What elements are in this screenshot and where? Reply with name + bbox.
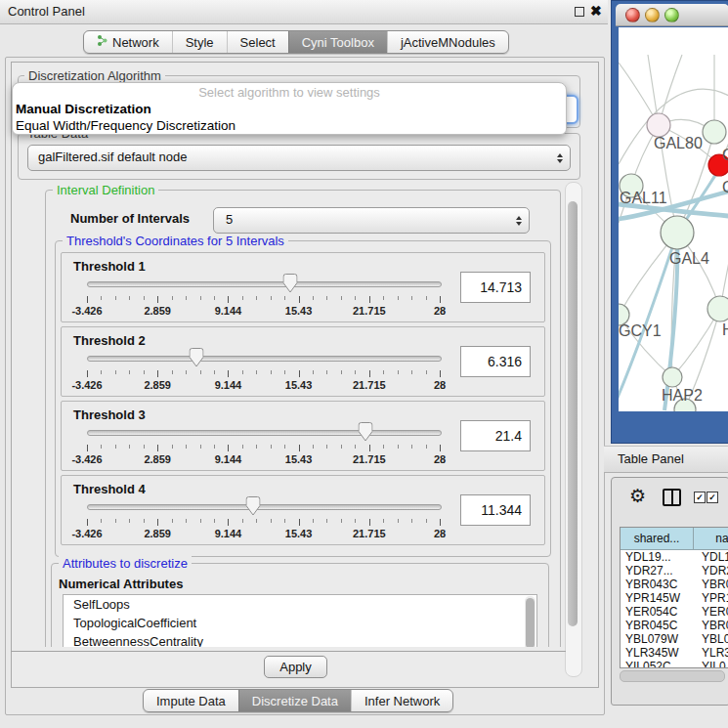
threshold-2-slider[interactable]: [87, 347, 440, 370]
threshold-4-value-field[interactable]: 11.344: [460, 494, 531, 526]
table-cell: YPR1: [698, 591, 728, 605]
table-horizontal-scrollbar[interactable]: [620, 670, 725, 682]
tab-label: Discretize Data: [252, 694, 338, 708]
tab-style[interactable]: Style: [172, 31, 227, 53]
threshold-2-value-field[interactable]: 6.316: [460, 346, 531, 377]
threshold-label: Threshold 2: [73, 333, 146, 348]
table-row[interactable]: YPR145WYPR1: [621, 591, 728, 605]
tick-label: -3.426: [71, 453, 102, 465]
tick-mark: [369, 519, 370, 526]
slider-thumb[interactable]: [283, 274, 298, 293]
tick-mark: [157, 445, 158, 451]
network-window-titlebar[interactable]: [616, 4, 728, 26]
slider-thumb[interactable]: [189, 348, 203, 367]
table-data-combobox[interactable]: galFiltered.sif default node: [27, 145, 571, 171]
table-row[interactable]: YER054CYER0: [621, 605, 728, 619]
network-icon: [97, 34, 107, 50]
tab-select[interactable]: Select: [227, 31, 288, 53]
tick-mark: [299, 296, 300, 303]
table-panel: ⚙ ✓ ✓ shared...na YDL19...YDL1YDR27...YD…: [611, 477, 728, 706]
slider-thumb[interactable]: [245, 496, 260, 516]
minimize-traffic-light-icon[interactable]: [645, 8, 660, 22]
table-header-cell[interactable]: na: [694, 528, 728, 550]
tick-mark: [228, 370, 229, 377]
tick-label: 9.144: [215, 528, 242, 539]
threshold-4-row: Threshold 4 -3.4262.8599.14415.4321.7152…: [61, 475, 545, 545]
close-traffic-light-icon[interactable]: [625, 8, 640, 22]
columns-icon[interactable]: [663, 489, 681, 506]
tab-infer-network[interactable]: Infer Network: [351, 690, 452, 711]
node-label-gal80: GAL80: [654, 135, 703, 152]
attribute-list-item[interactable]: SelfLoops: [64, 595, 536, 614]
tick-mark: [440, 519, 441, 526]
table-cell: YDR27...: [621, 564, 698, 578]
slider-track[interactable]: [87, 281, 442, 287]
table-cell: YER054C: [621, 605, 698, 619]
network-canvas[interactable]: GAL80 GA C GAL11 GAL4 H GCY1 HAP2: [619, 27, 728, 411]
table-row[interactable]: YBR045CYBR0: [621, 619, 728, 632]
zoom-traffic-light-icon[interactable]: [664, 8, 679, 22]
node-label-gal4: GAL4: [669, 250, 709, 268]
table-row[interactable]: YBR043CYBR0: [621, 578, 728, 591]
tick-mark: [299, 445, 300, 451]
number-of-intervals-combobox[interactable]: 5: [213, 207, 530, 234]
settings-scrollbar[interactable]: [565, 182, 582, 677]
table-cell: YDL1: [698, 550, 728, 564]
slider-track[interactable]: [87, 430, 442, 436]
tick-mark: [87, 445, 88, 451]
number-of-intervals-value: 5: [226, 208, 233, 232]
threshold-2-row: Threshold 2 -3.4262.8599.14415.4321.7152…: [61, 326, 545, 397]
tab-cyni-toolbox[interactable]: Cyni Toolbox: [288, 31, 387, 53]
table-cell: YBR0: [698, 619, 728, 632]
slider-thumb[interactable]: [359, 422, 373, 442]
table-panel-title: Table Panel: [618, 451, 684, 466]
tab-jactivemnodules[interactable]: jActiveMNodules: [387, 31, 508, 53]
table-row[interactable]: YDL19...YDL1: [621, 550, 728, 564]
tab-discretize-data[interactable]: Discretize Data: [238, 690, 351, 711]
table-header-cell[interactable]: shared...: [621, 528, 694, 550]
tab-label: jActiveMNodules: [401, 35, 495, 50]
dropdown-option-equal-width[interactable]: Equal Width/Frequency Discretization: [16, 118, 236, 133]
table-row[interactable]: YDR27...YDR2: [621, 564, 728, 578]
tab-impute-data[interactable]: Impute Data: [144, 690, 238, 711]
tick-mark: [228, 296, 229, 303]
node-label-h: H: [722, 321, 728, 339]
table-row[interactable]: YIL052CYIL0: [621, 660, 728, 668]
tab-label: Network: [112, 35, 159, 50]
slider-track[interactable]: [87, 356, 442, 362]
tick-label: 15.43: [285, 528, 313, 539]
threshold-1-slider[interactable]: [87, 273, 440, 296]
numerical-attributes-label: Numerical Attributes: [59, 577, 183, 591]
float-icon[interactable]: [575, 7, 584, 17]
tick-label: 15.43: [285, 305, 313, 317]
table-cell: YBR045C: [621, 619, 698, 632]
threshold-label: Threshold 3: [73, 407, 146, 422]
tick-label: 28: [434, 305, 446, 317]
tick-label: 2.859: [144, 379, 171, 391]
checkbox-icon[interactable]: ✓: [707, 492, 718, 503]
attribute-list-item[interactable]: BetweennessCentrality: [64, 632, 536, 647]
table-cell: YDR2: [698, 564, 728, 578]
slider-track[interactable]: [87, 504, 442, 510]
threshold-3-value-field[interactable]: 21.4: [460, 420, 531, 451]
table-cell: YDL19...: [621, 550, 698, 564]
threshold-4-slider[interactable]: [87, 495, 440, 519]
close-icon[interactable]: ✖: [590, 3, 602, 19]
node-label-gcy1: GCY1: [619, 322, 662, 340]
threshold-3-slider[interactable]: [87, 421, 440, 445]
threshold-1-value-field[interactable]: 14.713: [460, 272, 531, 303]
table-cell: YLR3: [698, 646, 728, 660]
table-row[interactable]: YBL079WYBL0: [621, 632, 728, 646]
numerical-attributes-list[interactable]: SelfLoopsTopologicalCoefficientBetweenne…: [63, 594, 537, 647]
attribute-list-item[interactable]: TopologicalCoefficient: [64, 614, 536, 632]
list-scrollbar[interactable]: [525, 596, 535, 647]
settings-scrollbar-thumb[interactable]: [568, 201, 578, 626]
gear-icon[interactable]: ⚙: [629, 485, 646, 507]
apply-button[interactable]: Apply: [264, 656, 327, 678]
checkbox-icon[interactable]: ✓: [694, 492, 706, 503]
node-attribute-table[interactable]: shared...na YDL19...YDL1YDR27...YDR2YBR0…: [620, 527, 728, 668]
table-row[interactable]: YLR345WYLR3: [621, 646, 728, 660]
tab-network[interactable]: Network: [84, 31, 172, 53]
dropdown-option-manual[interactable]: Manual Discretization: [16, 102, 151, 116]
table-cell: YBL0: [698, 632, 728, 646]
